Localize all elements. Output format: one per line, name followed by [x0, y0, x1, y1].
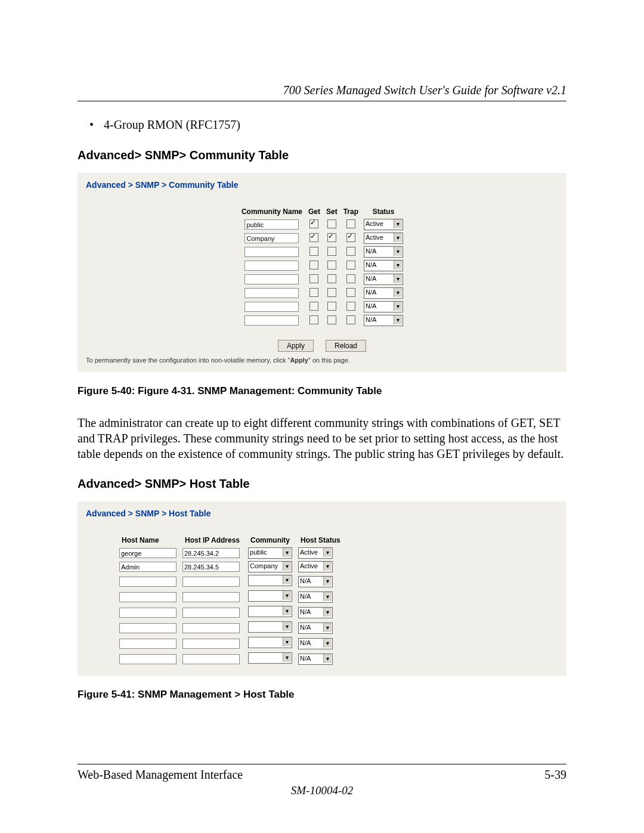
community-select[interactable]: public [248, 547, 292, 559]
figure-host-table: Advanced > SNMP > Host Table Host Name H… [78, 501, 566, 676]
status-select[interactable]: N/A [364, 315, 403, 326]
set-checkbox[interactable] [327, 288, 336, 297]
col-community-name: Community Name [239, 206, 305, 217]
trap-checkbox[interactable] [346, 261, 355, 270]
table-header-row: Community Name Get Set Trap Status [239, 206, 405, 217]
trap-checkbox[interactable] [346, 247, 355, 256]
table-row: publicActive [117, 547, 345, 559]
table-row: N/A [239, 287, 405, 299]
community-name-input[interactable] [244, 247, 299, 257]
status-select[interactable]: N/A [364, 301, 403, 312]
set-checkbox[interactable] [327, 302, 336, 311]
get-checkbox[interactable] [309, 219, 318, 228]
community-name-input[interactable] [244, 261, 299, 271]
community-name-input[interactable] [244, 302, 299, 312]
get-checkbox[interactable] [309, 302, 318, 311]
community-name-input[interactable] [244, 315, 299, 326]
host-name-input[interactable] [119, 577, 177, 587]
set-checkbox[interactable] [327, 261, 336, 270]
set-checkbox[interactable] [327, 315, 336, 324]
get-checkbox[interactable] [309, 261, 318, 270]
host-status-select[interactable]: Active [298, 547, 333, 559]
community-select[interactable]: Company [248, 561, 292, 572]
host-status-select[interactable]: N/A [298, 592, 333, 603]
host-status-select[interactable]: N/A [298, 654, 333, 665]
get-checkbox[interactable] [309, 315, 318, 324]
host-ip-input[interactable] [182, 639, 240, 649]
host-ip-input[interactable] [182, 548, 240, 558]
table-row: N/A [117, 590, 345, 604]
set-checkbox[interactable] [327, 233, 336, 242]
host-name-input[interactable] [119, 639, 177, 649]
footer-page: 5-39 [544, 768, 566, 782]
col-host-name: Host Name [117, 535, 179, 546]
page-footer: Web-Based Management Interface 5-39 SM-1… [78, 764, 566, 797]
host-ip-input[interactable] [182, 577, 240, 587]
status-select[interactable]: N/A [364, 287, 403, 299]
community-select[interactable] [248, 637, 292, 648]
community-name-input[interactable] [244, 219, 299, 230]
status-select[interactable]: Active [364, 219, 403, 230]
community-select[interactable] [248, 575, 292, 586]
table-row: N/A [117, 621, 345, 635]
status-select[interactable]: N/A [364, 274, 403, 285]
host-name-input[interactable] [119, 592, 177, 602]
status-select[interactable]: Active [364, 233, 403, 244]
reload-button[interactable]: Reload [326, 340, 366, 352]
set-checkbox[interactable] [327, 274, 336, 283]
host-ip-input[interactable] [182, 592, 240, 602]
table-row: N/A [239, 301, 405, 313]
col-trap: Trap [341, 206, 361, 217]
community-select[interactable] [248, 606, 292, 617]
trap-checkbox[interactable] [346, 274, 355, 283]
host-name-input[interactable] [119, 548, 177, 558]
trap-checkbox[interactable] [346, 233, 355, 242]
trap-checkbox[interactable] [346, 302, 355, 311]
set-checkbox[interactable] [327, 219, 336, 228]
save-hint: To permanently save the configuration in… [86, 357, 558, 364]
set-checkbox[interactable] [327, 247, 336, 256]
status-select[interactable]: N/A [364, 260, 403, 271]
trap-checkbox[interactable] [346, 219, 355, 228]
table-row: N/A [239, 273, 405, 286]
col-get: Get [306, 206, 323, 217]
table-row: N/A [117, 652, 345, 666]
host-name-input[interactable] [119, 562, 177, 572]
table-row: Active [239, 232, 405, 244]
host-status-select[interactable]: N/A [298, 623, 333, 634]
figure-caption-541: Figure 5-41: SNMP Management > Host Tabl… [78, 689, 566, 701]
hint-post: " on this page. [308, 357, 350, 364]
host-status-select[interactable]: N/A [298, 607, 333, 618]
host-status-select[interactable]: Active [298, 561, 333, 572]
get-checkbox[interactable] [309, 233, 318, 242]
community-select[interactable] [248, 621, 292, 633]
table-row: CompanyActive [117, 561, 345, 573]
host-name-input[interactable] [119, 608, 177, 618]
community-name-input[interactable] [244, 233, 299, 243]
breadcrumb: Advanced > SNMP > Host Table [86, 509, 558, 518]
host-ip-input[interactable] [182, 654, 240, 664]
get-checkbox[interactable] [309, 288, 318, 297]
host-table: Host Name Host IP Address Community Host… [116, 534, 346, 667]
host-name-input[interactable] [119, 654, 177, 664]
document-id: SM-10004-02 [78, 784, 566, 797]
get-checkbox[interactable] [309, 274, 318, 283]
host-name-input[interactable] [119, 623, 177, 633]
community-select[interactable] [248, 590, 292, 602]
apply-button[interactable]: Apply [278, 340, 314, 352]
community-select[interactable] [248, 652, 292, 664]
host-ip-input[interactable] [182, 608, 240, 618]
community-name-input[interactable] [244, 274, 299, 284]
host-ip-input[interactable] [182, 623, 240, 633]
get-checkbox[interactable] [309, 247, 318, 256]
trap-checkbox[interactable] [346, 288, 355, 297]
community-name-input[interactable] [244, 288, 299, 298]
status-select[interactable]: N/A [364, 246, 403, 258]
host-ip-input[interactable] [182, 562, 240, 572]
trap-checkbox[interactable] [346, 315, 355, 324]
running-header: 700 Series Managed Switch User's Guide f… [78, 83, 566, 101]
table-row: N/A [117, 574, 345, 589]
host-status-select[interactable]: N/A [298, 638, 333, 649]
footer-left: Web-Based Management Interface [78, 768, 243, 782]
host-status-select[interactable]: N/A [298, 576, 333, 587]
